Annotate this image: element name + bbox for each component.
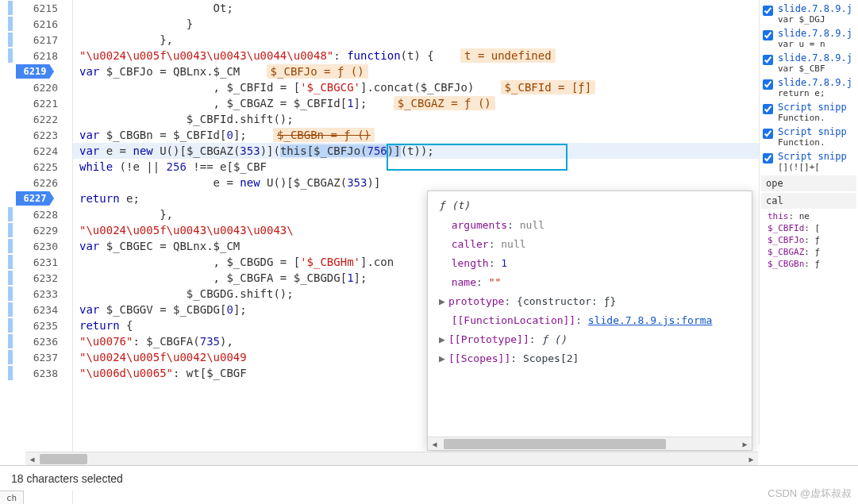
code-line[interactable]: }, bbox=[73, 32, 858, 48]
code-line[interactable]: var e = new U()[$_CBGAZ(353)](this[$_CBF… bbox=[73, 143, 858, 159]
marker bbox=[8, 17, 13, 31]
breakpoint-checkbox[interactable] bbox=[763, 79, 773, 90]
breakpoint-marker[interactable]: 6219 bbox=[16, 64, 54, 79]
breakpoint-item[interactable]: Script snippFunction. bbox=[761, 102, 856, 123]
fnlocation-link[interactable]: slide.7.8.9.js:forma bbox=[588, 314, 713, 326]
line-number[interactable]: 6236 bbox=[0, 333, 72, 349]
breakpoint-item[interactable]: Script snipp[](![]+[ bbox=[761, 151, 856, 172]
breakpoint-checkbox[interactable] bbox=[763, 104, 773, 114]
line-gutter: 6215621662176218621962206221622262236224… bbox=[0, 0, 73, 504]
code-scroll-thumb[interactable] bbox=[40, 454, 87, 464]
breakpoint-checkbox[interactable] bbox=[763, 153, 773, 164]
line-number[interactable]: 6231 bbox=[0, 254, 72, 270]
line-number[interactable]: 6215 bbox=[0, 0, 72, 16]
tooltip-property: length: 1 bbox=[439, 254, 741, 273]
marker bbox=[8, 318, 13, 333]
marker bbox=[8, 287, 13, 301]
line-number[interactable]: 6235 bbox=[0, 317, 72, 333]
scope-header: ope bbox=[761, 175, 856, 191]
code-h-scrollbar[interactable]: ◀ ▶ bbox=[25, 452, 758, 465]
code-line[interactable]: "\u0024\u005f\u0043\u0043\u0044\u0048": … bbox=[73, 48, 858, 63]
breakpoint-checkbox[interactable] bbox=[763, 129, 773, 139]
tooltip-property: arguments: null bbox=[439, 216, 741, 235]
bottom-tab[interactable]: ch bbox=[0, 491, 24, 504]
marker bbox=[8, 350, 13, 364]
line-number[interactable]: 6233 bbox=[0, 286, 72, 302]
line-number[interactable]: 6228 bbox=[0, 206, 72, 222]
marker bbox=[8, 239, 13, 253]
tooltip-prototype[interactable]: ▶prototype: {constructor: ƒ} bbox=[439, 292, 741, 311]
code-line[interactable]: Ot; bbox=[73, 0, 858, 16]
marker bbox=[8, 1, 13, 15]
scope-variable[interactable]: this: ne bbox=[761, 210, 856, 222]
code-line[interactable]: var $_CBFJo = QBLnx.$_CM $_CBFJo = ƒ () bbox=[73, 63, 858, 79]
line-number[interactable]: 6218 bbox=[0, 48, 72, 63]
scroll-right-icon[interactable]: ▶ bbox=[744, 452, 758, 466]
scroll-left-icon[interactable]: ◀ bbox=[25, 452, 39, 466]
breakpoint-item[interactable]: slide.7.8.9.jvar $_DGJ bbox=[761, 3, 856, 25]
tooltip-signature: ƒ (t) bbox=[439, 199, 741, 211]
tooltip-scroll-thumb[interactable] bbox=[444, 439, 666, 449]
code-line[interactable]: $_CBFId.shift(); bbox=[73, 111, 858, 127]
marker bbox=[8, 207, 13, 221]
line-number[interactable]: 6216 bbox=[0, 16, 72, 32]
line-number[interactable]: 6217 bbox=[0, 32, 72, 48]
tooltip-scrollbar[interactable]: ◀ ▶ bbox=[428, 437, 752, 450]
scroll-left-icon[interactable]: ◀ bbox=[428, 437, 441, 451]
breakpoint-item[interactable]: slide.7.8.9.jreturn e; bbox=[761, 77, 856, 98]
line-number[interactable]: 6232 bbox=[0, 270, 72, 286]
scope-variable[interactable]: $_CBGBn: ƒ bbox=[761, 258, 856, 270]
tooltip-scopes[interactable]: ▶[[Scopes]]: Scopes[2] bbox=[439, 349, 741, 368]
scroll-right-icon[interactable]: ▶ bbox=[738, 437, 752, 451]
scope-local-header[interactable]: cal bbox=[761, 193, 856, 209]
code-line[interactable]: e = new U()[$_CBGAZ(353)] bbox=[73, 175, 858, 190]
breakpoint-marker[interactable]: 6227 bbox=[16, 191, 54, 206]
watermark: CSDN @虚坏叔叔 bbox=[768, 487, 852, 501]
code-line[interactable]: , $_CBFId = ['$_CBGCG'].concat($_CBFJo) … bbox=[73, 79, 858, 95]
tooltip-proto2[interactable]: ▶[[Prototype]]: ƒ () bbox=[439, 330, 741, 349]
marker bbox=[8, 33, 13, 47]
line-number[interactable]: 6238 bbox=[0, 365, 72, 381]
line-number[interactable]: 6220 bbox=[0, 79, 72, 95]
marker bbox=[8, 334, 13, 348]
code-line[interactable]: } bbox=[73, 16, 858, 32]
line-number[interactable]: 6225 bbox=[0, 159, 72, 175]
marker bbox=[8, 255, 13, 269]
marker bbox=[8, 366, 13, 380]
tooltip-property: name: "" bbox=[439, 273, 741, 292]
line-number[interactable]: 6227 bbox=[0, 190, 72, 206]
line-number[interactable]: 6221 bbox=[0, 95, 72, 111]
scope-variable[interactable]: $_CBFJo: ƒ bbox=[761, 234, 856, 246]
object-inspect-tooltip: ƒ (t) arguments: null caller: null lengt… bbox=[427, 190, 752, 451]
breakpoint-checkbox[interactable] bbox=[763, 30, 773, 40]
code-line[interactable]: var $_CBGBn = $_CBFId[0]; $_CBGBn = ƒ () bbox=[73, 127, 858, 143]
marker bbox=[8, 271, 13, 285]
marker bbox=[8, 223, 13, 237]
line-number[interactable]: 6224 bbox=[0, 143, 72, 159]
tooltip-fnlocation[interactable]: [[FunctionLocation]]: slide.7.8.9.js:for… bbox=[439, 311, 741, 330]
breakpoints-panel: slide.7.8.9.jvar $_DGJslide.7.8.9.jvar u… bbox=[759, 0, 858, 444]
status-bar: 18 characters selected bbox=[0, 465, 858, 491]
scope-variable[interactable]: $_CBGAZ: ƒ bbox=[761, 246, 856, 258]
scope-variable[interactable]: $_CBFId: [ bbox=[761, 222, 856, 234]
breakpoint-item[interactable]: slide.7.8.9.jvar u = n bbox=[761, 28, 856, 49]
tooltip-property: caller: null bbox=[439, 235, 741, 254]
breakpoint-item[interactable]: Script snippFunction. bbox=[761, 126, 856, 148]
line-number[interactable]: 6226 bbox=[0, 175, 72, 190]
line-number[interactable]: 6229 bbox=[0, 222, 72, 238]
line-number[interactable]: 6222 bbox=[0, 111, 72, 127]
breakpoint-checkbox[interactable] bbox=[763, 6, 773, 16]
breakpoint-item[interactable]: slide.7.8.9.jvar $_CBF bbox=[761, 52, 856, 74]
breakpoint-checkbox[interactable] bbox=[763, 55, 773, 65]
line-number[interactable]: 6234 bbox=[0, 302, 72, 317]
line-number[interactable]: 6230 bbox=[0, 238, 72, 254]
code-line[interactable]: while (!e || 256 !== e[$_CBF bbox=[73, 159, 858, 175]
line-number[interactable]: 6223 bbox=[0, 127, 72, 143]
line-number[interactable]: 6219 bbox=[0, 63, 72, 79]
line-number[interactable]: 6237 bbox=[0, 349, 72, 365]
marker bbox=[8, 302, 13, 317]
marker bbox=[8, 48, 13, 63]
code-line[interactable]: , $_CBGAZ = $_CBFId[1]; $_CBGAZ = ƒ () bbox=[73, 95, 858, 111]
